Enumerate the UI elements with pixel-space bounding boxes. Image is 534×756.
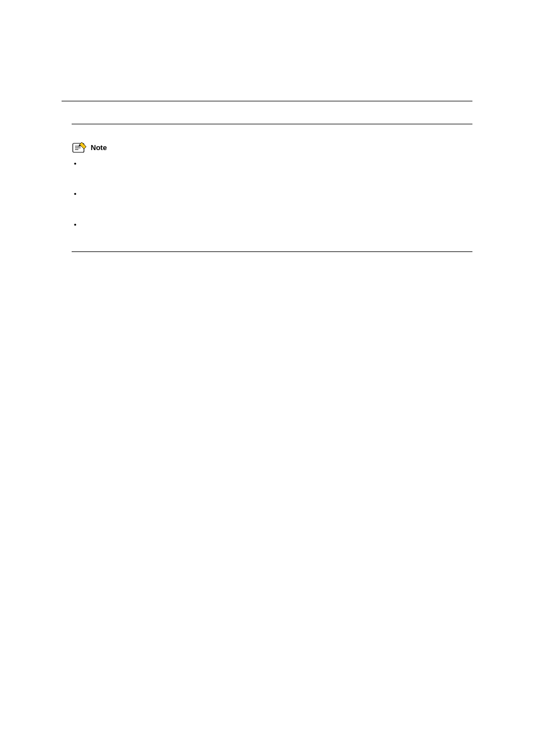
note-bullet-list — [72, 159, 472, 240]
note-icon — [72, 141, 87, 153]
list-item — [72, 220, 472, 240]
list-item — [72, 189, 472, 209]
divider-inner-bottom — [72, 251, 472, 252]
divider-top — [62, 101, 472, 101]
divider-inner-top — [72, 124, 472, 124]
list-item — [72, 159, 472, 179]
note-label: Note — [91, 143, 107, 152]
note-block: Note — [72, 141, 472, 240]
note-header: Note — [72, 141, 472, 153]
